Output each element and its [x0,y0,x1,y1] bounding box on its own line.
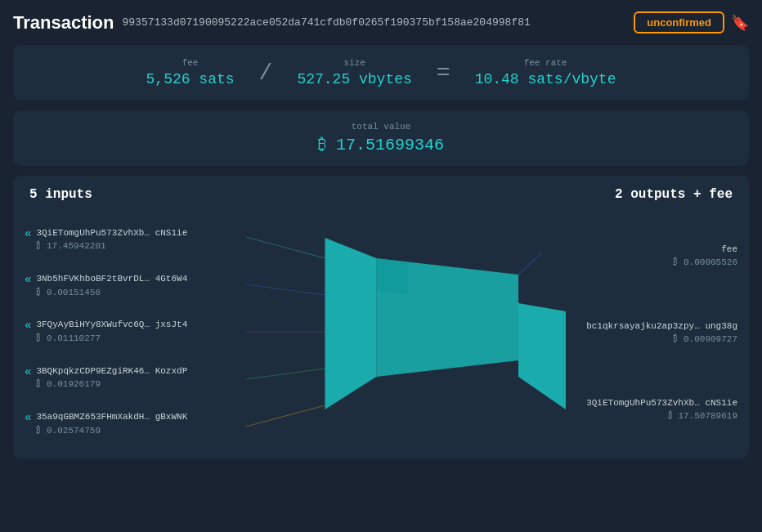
chevron-left-icon: « [25,319,31,332]
input-addr: 3Nb5hFVKhboBF2tBvrDL… 4Gt6W4 [36,272,187,286]
page-title: Transaction [13,12,114,34]
output-btc: ₿ 17.50789619 [540,410,737,421]
output-addr: bc1qkrsayajku2ap3zpy… ung38g [540,320,737,333]
input-addr: 3QiETomgUhPu573ZvhXb… cNS1ie [36,226,187,240]
input-btc: ₿ 0.01926179 [36,378,187,391]
total-value: ₿ 17.51699346 [33,135,729,154]
input-btc: ₿ 0.01110277 [36,332,187,346]
input-text: 3Nb5hFVKhboBF2tBvrDL… 4Gt6W4 ₿ 0.0015145… [36,272,187,299]
outputs-header: 2 outputs + fee [615,187,733,202]
inputs-col: « 3QiETomgUhPu573ZvhXb… cNS1ie ₿ 17.4594… [13,213,254,450]
total-label: total value [33,122,729,132]
output-addr: 3QiETomgUhPu573ZvhXb… cNS1ie [540,396,737,410]
fee-panel: fee 5,526 sats / size 527.25 vbytes = fe… [13,45,749,101]
fee-item: fee 5,526 sats [146,58,235,87]
fee-rate-label: fee rate [475,58,616,68]
header-left: Transaction 99357133d07190095222ace052da… [13,12,531,34]
input-btc: ₿ 17.45942201 [36,239,187,253]
io-body: « 3QiETomgUhPu573ZvhXb… cNS1ie ₿ 17.4594… [13,213,749,450]
input-text: 3FQyAyBiHYy8XWufvc6Q… jxsJt4 ₿ 0.0111027… [36,318,187,345]
divider-slash: / [259,60,273,86]
header: Transaction 99357133d07190095222ace052da… [13,11,749,34]
input-item[interactable]: « 3FQyAyBiHYy8XWufvc6Q… jxsJt4 ₿ 0.01110… [25,318,254,345]
input-item[interactable]: « 35a9qGBMZ653FHmXakdH… gBxWNK ₿ 0.02574… [25,410,254,437]
tx-hash: 99357133d07190095222ace052da741cfdb0f026… [122,16,530,29]
chevron-left-icon: « [25,227,31,240]
fee-value: 5,526 sats [146,71,235,87]
output-item[interactable]: bc1qkrsayajku2ap3zpy… ung38g ₿ 0.0090972… [540,320,737,344]
chevron-left-icon: « [25,273,31,286]
svg-marker-8 [325,238,376,409]
chevron-left-icon: « [25,365,31,378]
svg-line-3 [246,369,325,379]
svg-line-5 [518,253,542,275]
size-label: size [297,58,411,68]
io-panel: 5 inputs 2 outputs + fee « 3QiETomgUhPu5… [13,176,749,458]
svg-line-4 [246,405,325,427]
input-text: 35a9qGBMZ653FHmXakdH… gBxWNK ₿ 0.0257475… [36,410,187,437]
page: Transaction 99357133d07190095222ace052da… [0,0,762,470]
input-addr: 35a9qGBMZ653FHmXakdH… gBxWNK [36,410,187,424]
total-panel: total value ₿ 17.51699346 [13,110,749,166]
outputs-col: fee ₿ 0.00005526 bc1qkrsayajku2ap3zpy… u… [540,213,749,450]
input-text: 3QiETomgUhPu573ZvhXb… cNS1ie ₿ 17.459422… [36,226,187,253]
input-addr: 3FQyAyBiHYy8XWufvc6Q… jxsJt4 [36,318,187,332]
header-right: unconfirmed 🔖 [634,11,749,34]
divider-equals: = [437,60,450,86]
fee-label: fee [146,58,235,68]
output-btc: ₿ 0.00909727 [540,333,737,344]
input-item[interactable]: « 3QiETomgUhPu573ZvhXb… cNS1ie ₿ 17.4594… [25,226,254,253]
svg-line-0 [246,237,325,258]
chevron-left-icon: « [25,411,31,424]
fee-rate-item: fee rate 10.48 sats/vbyte [475,58,616,87]
fee-rate-value: 10.48 sats/vbyte [475,71,616,87]
output-addr: fee [540,243,737,257]
size-value: 527.25 vbytes [297,71,411,87]
svg-marker-11 [376,258,408,295]
input-text: 3BQKpqkzCDP9EZgiRK46… KozxdP ₿ 0.0192617… [36,364,187,391]
input-item[interactable]: « 3Nb5hFVKhboBF2tBvrDL… 4Gt6W4 ₿ 0.00151… [25,272,254,299]
inputs-header: 5 inputs [29,187,92,202]
output-btc: ₿ 0.00005526 [540,257,737,267]
output-item[interactable]: fee ₿ 0.00005526 [540,243,737,267]
bookmark-icon[interactable]: 🔖 [731,14,749,32]
size-item: size 527.25 vbytes [297,58,411,87]
output-item[interactable]: 3QiETomgUhPu573ZvhXb… cNS1ie ₿ 17.507896… [540,396,737,421]
io-headers: 5 inputs 2 outputs + fee [13,187,749,202]
input-btc: ₿ 0.02574759 [36,424,187,438]
input-btc: ₿ 0.00151456 [36,286,187,300]
svg-line-1 [246,284,325,295]
input-item[interactable]: « 3BQKpqkzCDP9EZgiRK46… KozxdP ₿ 0.01926… [25,364,254,391]
unconfirmed-badge[interactable]: unconfirmed [634,11,724,34]
input-addr: 3BQKpqkzCDP9EZgiRK46… KozxdP [36,364,187,378]
